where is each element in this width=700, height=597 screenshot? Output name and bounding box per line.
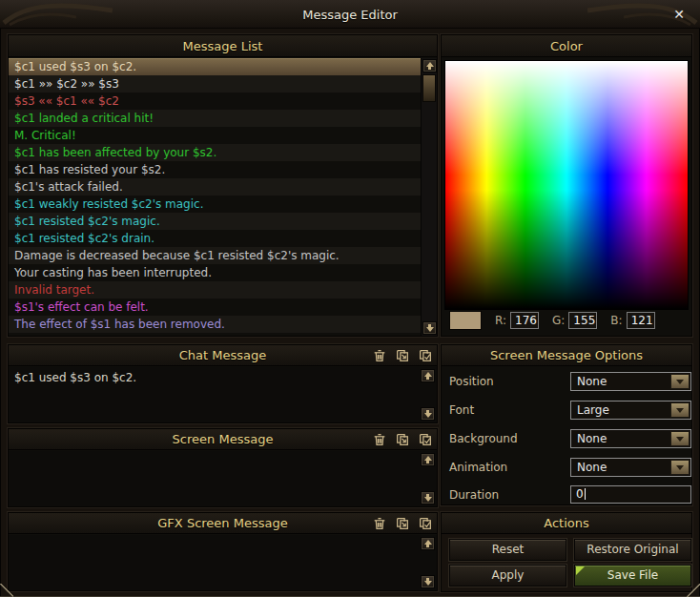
list-item[interactable]: $c1 weakly resisted $c2's magic.: [9, 196, 422, 213]
modified-corner-marker: [576, 566, 585, 575]
list-item[interactable]: $c1 resisted $c2's magic.: [9, 213, 422, 230]
resize-grip[interactable]: [0, 584, 13, 597]
screen-message-body[interactable]: [9, 451, 437, 506]
animation-dropdown[interactable]: None: [570, 458, 691, 477]
gfx-screen-message-body[interactable]: [9, 535, 437, 590]
check-icon[interactable]: [418, 516, 433, 531]
animation-label: Animation: [449, 461, 507, 474]
panel-title: Screen Message Options: [442, 348, 691, 362]
text-caret: [585, 488, 586, 500]
duration-field[interactable]: 0: [570, 485, 691, 504]
dropdown-value: None: [577, 375, 607, 388]
scroll-up-icon[interactable]: [421, 453, 435, 466]
scroll-up-icon[interactable]: [422, 59, 437, 72]
apply-button[interactable]: Apply: [449, 565, 566, 587]
chevron-down-icon[interactable]: [670, 460, 690, 475]
chat-message-panel: Chat Message $c1 used $s3 on $c2.: [8, 344, 438, 423]
paste-icon[interactable]: [395, 516, 410, 531]
close-icon[interactable]: ✕: [669, 5, 689, 24]
dropdown-value: None: [577, 432, 607, 445]
list-item[interactable]: The effect of $s1 has been removed.: [9, 316, 422, 333]
list-item[interactable]: $s3 «« $c1 «« $c2: [9, 93, 422, 110]
chevron-down-icon[interactable]: [670, 431, 690, 446]
background-label: Background: [449, 432, 518, 445]
r-field[interactable]: [510, 312, 539, 329]
save-file-button[interactable]: Save File: [574, 565, 691, 587]
list-item[interactable]: M. Critical!: [9, 127, 422, 144]
list-item[interactable]: $c1's attack failed.: [9, 178, 422, 196]
position-label: Position: [449, 375, 494, 388]
gfx-screen-message-header: GFX Screen Message: [9, 513, 437, 534]
actions-header: Actions: [442, 513, 691, 534]
option-row-font: Font Large: [442, 401, 691, 420]
dropdown-value: Large: [577, 403, 609, 417]
save-file-label: Save File: [607, 568, 658, 582]
list-item[interactable]: Invalid target.: [9, 281, 422, 298]
chat-message-body[interactable]: $c1 used $s3 on $c2.: [9, 367, 437, 422]
scroll-up-icon[interactable]: [421, 369, 435, 382]
list-item[interactable]: Your casting has been interrupted.: [9, 264, 422, 281]
chevron-down-icon[interactable]: [670, 374, 690, 389]
screen-message-panel: Screen Message: [8, 428, 438, 507]
scrollbar-thumb[interactable]: [422, 74, 436, 102]
scroll-down-icon[interactable]: [421, 575, 435, 588]
message-list-header: Message List: [9, 35, 437, 57]
list-item[interactable]: $c1 has resisted your $s2.: [9, 161, 422, 178]
options-header: Screen Message Options: [442, 345, 691, 366]
reset-button[interactable]: Reset: [449, 539, 566, 561]
rgb-row: R: G: B:: [442, 309, 691, 332]
option-row-duration: Duration 0: [442, 485, 691, 504]
r-label: R:: [495, 314, 506, 327]
color-swatch: [449, 311, 482, 330]
option-row-animation: Animation None: [442, 458, 691, 477]
b-label: B:: [610, 314, 622, 327]
gfx-screen-message-panel: GFX Screen Message: [8, 512, 438, 591]
trash-icon[interactable]: [372, 432, 387, 447]
panel-title: Color: [442, 39, 691, 53]
g-label: G:: [552, 314, 565, 327]
g-field[interactable]: [568, 312, 597, 329]
list-item[interactable]: Damage is decreased because $c1 resisted…: [9, 247, 422, 264]
b-field[interactable]: [627, 312, 655, 329]
panel-title: Message List: [9, 39, 437, 53]
color-picker-gradient[interactable]: [444, 60, 689, 310]
message-list: $c1 used $s3 on $c2. $c1 »» $c2 »» $s3 $…: [9, 58, 437, 336]
paste-icon[interactable]: [395, 432, 410, 447]
trash-icon[interactable]: [372, 516, 387, 531]
scroll-down-icon[interactable]: [422, 321, 437, 335]
check-icon[interactable]: [418, 348, 433, 363]
trash-icon[interactable]: [372, 348, 387, 363]
font-dropdown[interactable]: Large: [570, 401, 691, 420]
scroll-down-icon[interactable]: [421, 407, 435, 421]
screen-message-options-panel: Screen Message Options Position None Fon…: [441, 344, 692, 505]
list-item[interactable]: $s1's effect can be felt.: [9, 298, 422, 316]
chevron-down-icon[interactable]: [670, 402, 690, 418]
scroll-down-icon[interactable]: [421, 491, 435, 504]
color-header: Color: [442, 35, 691, 57]
message-list-panel: Message List $c1 used $s3 on $c2. $c1 »»…: [8, 34, 438, 337]
actions-panel: Actions Reset Restore Original Apply Sav…: [441, 512, 692, 592]
paste-icon[interactable]: [395, 348, 410, 363]
list-item[interactable]: $c1 has been affected by your $s2.: [9, 144, 422, 161]
list-item[interactable]: $c1 used $s3 on $c2.: [9, 58, 422, 75]
resize-grip[interactable]: [687, 584, 700, 597]
titlebar[interactable]: Message Editor ✕: [0, 0, 700, 29]
panel-title: Actions: [442, 516, 691, 530]
option-row-position: Position None: [442, 372, 691, 391]
font-label: Font: [449, 403, 474, 417]
window-title: Message Editor: [0, 8, 700, 22]
position-dropdown[interactable]: None: [570, 372, 691, 391]
scrollbar[interactable]: [421, 58, 437, 336]
background-dropdown[interactable]: None: [570, 429, 691, 448]
list-item[interactable]: $c1 resisted $c2's drain.: [9, 230, 422, 247]
chat-message-text: $c1 used $s3 on $c2.: [14, 371, 414, 384]
list-item[interactable]: $c1 landed a critical hit!: [9, 110, 422, 127]
list-item[interactable]: $c1 »» $c2 »» $s3: [9, 75, 422, 93]
screen-message-header: Screen Message: [9, 429, 437, 450]
restore-original-button[interactable]: Restore Original: [574, 539, 691, 561]
scroll-up-icon[interactable]: [421, 537, 435, 550]
check-icon[interactable]: [418, 432, 433, 447]
chat-message-header: Chat Message: [9, 345, 437, 366]
color-panel: Color R: G: B:: [441, 34, 692, 337]
option-row-background: Background None: [442, 429, 691, 448]
